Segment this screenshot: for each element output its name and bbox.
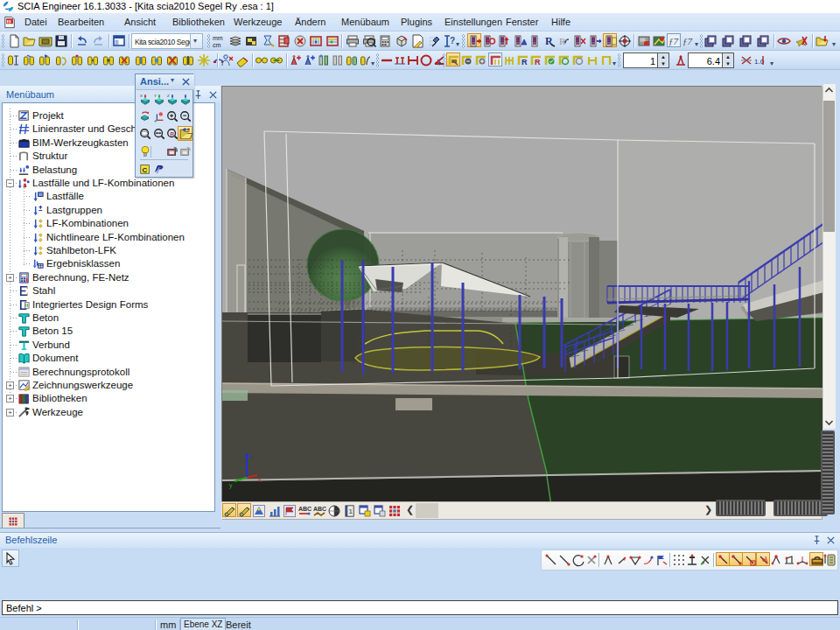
svg-text:ƒ7: ƒ7 — [668, 36, 679, 46]
svg-text:R: R — [535, 58, 541, 66]
svg-text:ABC: ABC — [298, 506, 312, 512]
svg-text:mm: mm — [213, 35, 223, 41]
svg-text:y: y — [229, 482, 233, 489]
svg-text:ABC: ABC — [313, 506, 326, 512]
svg-text:z: z — [249, 453, 253, 459]
svg-text:Z: Z — [167, 94, 170, 98]
svg-text:Y: Y — [154, 94, 157, 98]
svg-text:1: 1 — [348, 508, 353, 515]
svg-text:X: X — [140, 94, 143, 98]
svg-text:?: ? — [450, 36, 455, 46]
svg-text:R: R — [170, 130, 174, 136]
svg-text:R: R — [522, 58, 528, 66]
svg-text:cm: cm — [213, 42, 221, 48]
svg-text:ƒ7: ƒ7 — [682, 36, 693, 46]
svg-text:C: C — [143, 166, 148, 174]
svg-text:x: x — [258, 477, 262, 483]
